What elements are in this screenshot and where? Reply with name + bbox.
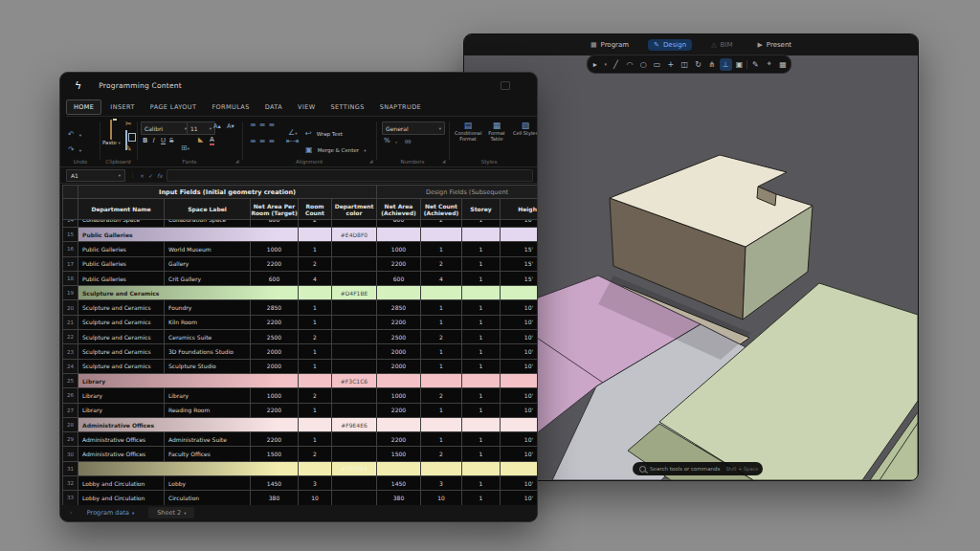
department-name-cell[interactable]: Administrative Offices (78, 418, 299, 432)
table-cell[interactable]: 1 (421, 404, 462, 418)
table-cell[interactable]: Sculpture and Ceramics (78, 316, 165, 330)
table-cell[interactable] (332, 242, 377, 256)
insert-function-icon[interactable]: fx (157, 172, 163, 179)
table-cell[interactable]: 1 (421, 360, 462, 374)
table-cell[interactable]: 1 (299, 344, 332, 359)
table-cell[interactable] (299, 418, 332, 432)
table-cell[interactable]: 2000 (251, 344, 299, 359)
table-cell[interactable]: 1 (462, 316, 501, 330)
table-cell[interactable]: 1 (462, 242, 501, 256)
table-cell[interactable]: 2000 (377, 344, 421, 359)
table-cell[interactable]: 10' (501, 388, 538, 403)
views-tool[interactable]: ▦ (777, 58, 790, 71)
table-cell[interactable]: 1 (299, 404, 332, 418)
table-cell[interactable] (332, 447, 377, 461)
decimal-buttons[interactable]: 00 (405, 139, 411, 144)
table-cell[interactable]: 10' (501, 404, 538, 418)
row-number[interactable]: 28 (63, 418, 78, 432)
table-cell[interactable] (332, 432, 377, 447)
table-cell[interactable] (299, 462, 332, 476)
redo-button[interactable]: ↷ ▾ (68, 138, 81, 156)
table-cell[interactable] (501, 462, 538, 476)
table-cell[interactable]: 2200 (251, 404, 299, 418)
row-number[interactable]: 21 (63, 316, 78, 330)
table-cell[interactable]: 1 (462, 447, 501, 461)
table-cell[interactable] (332, 491, 377, 505)
underline-button[interactable]: U (161, 137, 166, 144)
cell-name-box[interactable]: A1▾ (66, 169, 125, 182)
table-cell[interactable]: Foundry (165, 300, 251, 315)
table-cell[interactable]: 1000 (251, 242, 299, 256)
department-color-cell[interactable]: #D4F1BE (332, 286, 377, 300)
table-cell[interactable]: 2200 (251, 432, 299, 447)
table-cell[interactable] (377, 374, 421, 388)
department-name-cell[interactable]: Library (78, 374, 299, 388)
table-cell[interactable]: 10' (501, 432, 538, 447)
table-cell[interactable]: 2500 (377, 330, 421, 344)
table-cell[interactable]: Sculpture and Ceramics (78, 360, 165, 374)
shrink-font-button[interactable]: A▾ (227, 122, 234, 130)
table-cell[interactable]: Reading Room (165, 404, 251, 418)
alignment-dialog-launcher[interactable]: ◢ (369, 159, 372, 164)
department-color-cell[interactable]: #F3C1C6 (332, 374, 377, 388)
box-tool[interactable]: ▣ (733, 58, 746, 71)
table-cell[interactable]: 1 (299, 316, 332, 330)
table-cell[interactable]: 10' (501, 447, 538, 461)
table-cell[interactable]: 1 (462, 432, 501, 447)
font-family-select[interactable]: Calibri▾ (141, 121, 190, 135)
column-header-3[interactable]: Net Area Per Room (Target) (251, 199, 299, 220)
merge-center-button[interactable]: ▣ Merge & Center ▾ (305, 138, 366, 156)
row-number[interactable]: 22 (63, 330, 78, 344)
table-cell[interactable]: 1 (462, 360, 501, 374)
table-cell[interactable]: Public Galleries (78, 242, 165, 256)
table-cell[interactable]: Administrative Offices (78, 447, 165, 461)
table-cell[interactable] (421, 228, 462, 242)
table-cell[interactable]: Library (78, 388, 165, 403)
table-cell[interactable]: 2 (299, 220, 332, 228)
comma-button[interactable]: , (395, 137, 397, 144)
pencil-tool[interactable]: ✎ (749, 58, 762, 71)
ribbon-tab-page-layout[interactable]: PAGE LAYOUT (144, 100, 204, 114)
table-cell[interactable]: Crit Gallery (165, 272, 251, 286)
column-header-5[interactable]: Department color (332, 199, 377, 220)
table-cell[interactable]: 2 (299, 330, 332, 344)
bold-button[interactable]: B (143, 137, 147, 144)
table-cell[interactable]: 2500 (251, 330, 299, 344)
table-cell[interactable]: Sculpture and Ceramics (78, 330, 165, 344)
table-cell[interactable] (377, 462, 421, 476)
format-painter-button[interactable]: ✎ (125, 144, 132, 154)
table-cell[interactable] (421, 462, 462, 476)
fill-color-button[interactable]: ◣ (198, 136, 203, 143)
row-number[interactable]: 14 (63, 220, 78, 228)
column-header-8[interactable]: Storey (462, 199, 501, 220)
table-cell[interactable]: 1000 (251, 388, 299, 403)
table-cell[interactable]: 1500 (251, 447, 299, 461)
table-cell[interactable]: Ceramics Suite (165, 330, 251, 344)
table-cell[interactable]: 4 (299, 272, 332, 286)
table-cell[interactable]: Lobby and Circulation (78, 476, 165, 491)
column-header-1[interactable]: Department Name (78, 199, 165, 220)
table-cell[interactable] (377, 228, 421, 242)
table-cell[interactable]: 2850 (377, 300, 421, 315)
table-cell[interactable]: 3 (299, 476, 332, 491)
ribbon-tab-snaptrude[interactable]: SNAPTRUDE (373, 100, 428, 114)
table-cell[interactable]: 1000 (377, 388, 421, 403)
ribbon-tab-settings[interactable]: SETTINGS (324, 100, 371, 114)
table-cell[interactable]: Sculpture and Ceramics (78, 344, 165, 359)
table-cell[interactable]: 2200 (377, 432, 421, 447)
row-number[interactable]: 27 (63, 404, 78, 418)
table-cell[interactable]: 1 (462, 476, 501, 491)
table-cell[interactable]: Lobby and Circulation (78, 491, 165, 505)
table-cell[interactable]: Sculpture and Ceramics (78, 300, 165, 315)
table-cell[interactable]: 2 (421, 388, 462, 403)
paste-button[interactable]: Paste ▾ (102, 121, 121, 145)
table-cell[interactable]: 2 (421, 447, 462, 461)
popout-icon[interactable] (501, 81, 510, 90)
mode-tab-present[interactable]: ▶Present (751, 39, 797, 51)
table-cell[interactable]: 15' (501, 257, 538, 272)
font-size-select[interactable]: 11▾ (187, 121, 215, 135)
select-tool-caret[interactable]: ▾ (603, 58, 609, 71)
table-cell[interactable]: Public Galleries (78, 257, 165, 272)
sheet-tab-sheet-2[interactable]: Sheet 2▾ (148, 507, 194, 518)
table-cell[interactable] (501, 286, 538, 300)
